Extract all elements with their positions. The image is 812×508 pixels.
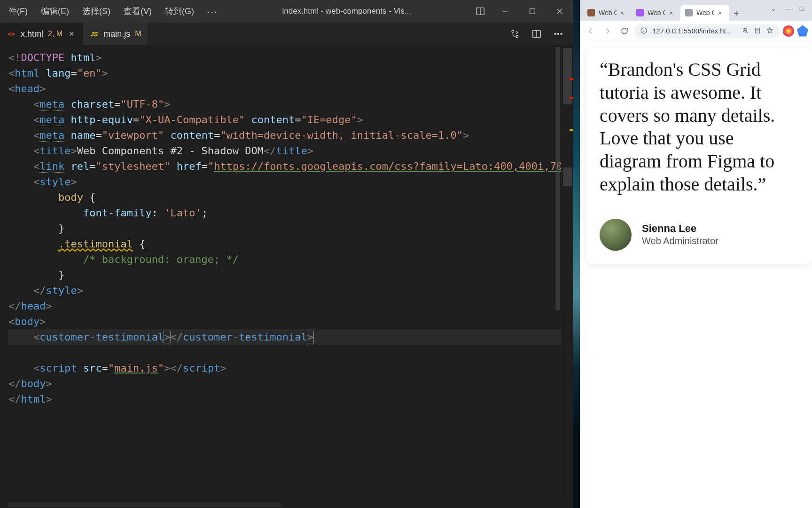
file-icon: JS	[89, 29, 99, 39]
browser-tabstrip: Web C×Web C×Web C×+ ⌄ — □	[580, 0, 812, 21]
menu-item[interactable]: 查看(V)	[117, 0, 158, 23]
browser-tab[interactable]: Web C×	[632, 5, 680, 21]
tab-filename: x.html	[21, 29, 43, 39]
close-tab-icon[interactable]: ×	[718, 9, 725, 16]
zoom-icon[interactable]	[742, 27, 750, 35]
site-info-icon[interactable]	[640, 27, 648, 35]
bookmark-icon[interactable]	[766, 27, 774, 35]
browser-tab[interactable]: Web C×	[680, 5, 729, 21]
svg-point-6	[512, 30, 514, 32]
editor-layout-icon[interactable]	[469, 0, 492, 23]
vertical-scrollbar[interactable]	[554, 45, 561, 501]
reload-button[interactable]	[617, 24, 632, 38]
favicon	[636, 9, 644, 16]
editor[interactable]: <!DOCTYPE html> <html lang="en"> <head> …	[0, 45, 573, 501]
reader-icon[interactable]	[754, 27, 762, 35]
close-tab-icon[interactable]: ×	[669, 9, 676, 16]
browser-maximize-button[interactable]: □	[795, 4, 808, 13]
browser-dropdown-icon[interactable]: ⌄	[767, 4, 780, 13]
testimonial-quote: “Brandon's CSS Grid tutoria is awesome. …	[600, 58, 799, 196]
menu-item[interactable]: 件(F)	[2, 0, 34, 23]
minimap[interactable]	[561, 45, 573, 501]
person-role: Web Administrator	[642, 236, 718, 246]
back-button[interactable]	[584, 24, 598, 38]
address-bar[interactable]: 127.0.0.1:5500/index.ht...	[634, 24, 780, 38]
testimonial-card: “Brandon's CSS Grid tutoria is awesome. …	[586, 48, 812, 264]
svg-point-11	[558, 33, 559, 35]
extension-icon-1[interactable]	[783, 25, 794, 37]
horizontal-scrollbar[interactable]	[0, 501, 573, 508]
tab-filename: main.js	[103, 29, 130, 39]
split-editor-icon[interactable]	[527, 24, 546, 43]
editor-tab[interactable]: <>x.html2, M×	[0, 23, 83, 45]
tab-badge: 2, M	[48, 30, 62, 38]
minimize-button[interactable]	[492, 0, 519, 23]
editor-tab[interactable]: JSmain.jsM	[83, 23, 148, 45]
file-icon: <>	[7, 29, 16, 39]
window-controls	[492, 0, 573, 23]
testimonial-person: Sienna Lee Web Administrator	[600, 219, 799, 251]
close-tab-icon[interactable]: ×	[620, 9, 627, 16]
avatar	[600, 219, 632, 251]
maximize-button[interactable]	[519, 0, 546, 23]
menu-item[interactable]: 选择(S)	[76, 0, 117, 23]
browser-minimize-button[interactable]: —	[781, 4, 794, 13]
editor-actions	[506, 23, 573, 45]
tab-title: Web C	[648, 9, 665, 16]
browser-tab[interactable]: Web C×	[583, 5, 632, 21]
svg-rect-3	[530, 9, 535, 14]
more-actions-icon[interactable]	[549, 24, 568, 43]
window-title: index.html - web-components - Vis...	[225, 7, 469, 16]
favicon	[685, 9, 693, 16]
tab-badge: M	[135, 30, 141, 38]
forward-button[interactable]	[601, 24, 615, 38]
new-tab-button[interactable]: +	[729, 7, 743, 21]
svg-point-10	[554, 33, 556, 35]
editor-tabs: <>x.html2, M×JSmain.jsM	[0, 23, 573, 45]
vscode-window: 件(F)编辑(E)选择(S)查看(V)转到(G) ··· index.html …	[0, 0, 573, 508]
close-tab-icon[interactable]: ×	[67, 30, 76, 38]
url-text: 127.0.0.1:5500/index.ht...	[652, 27, 738, 35]
svg-line-17	[747, 32, 748, 33]
menu-item[interactable]: 转到(G)	[158, 0, 201, 23]
browser-toolbar: 127.0.0.1:5500/index.ht...	[580, 21, 812, 41]
menu-bar: 件(F)编辑(E)选择(S)查看(V)转到(G)	[0, 0, 201, 23]
tab-title: Web C	[696, 9, 714, 16]
favicon	[587, 9, 595, 16]
menu-item[interactable]: 编辑(E)	[34, 0, 76, 23]
menu-more[interactable]: ···	[201, 0, 225, 23]
code-area[interactable]: <!DOCTYPE html> <html lang="en"> <head> …	[0, 45, 561, 501]
svg-rect-20	[755, 28, 759, 33]
browser-window-controls: ⌄ — □	[767, 3, 809, 13]
page-content: “Brandon's CSS Grid tutoria is awesome. …	[580, 41, 812, 508]
person-name: Sienna Lee	[642, 222, 718, 235]
svg-point-7	[516, 35, 518, 38]
svg-point-12	[561, 33, 562, 35]
close-button[interactable]	[546, 0, 573, 23]
titlebar: 件(F)编辑(E)选择(S)查看(V)转到(G) ··· index.html …	[0, 0, 573, 23]
desktop-wallpaper-strip	[573, 0, 580, 508]
compare-changes-icon[interactable]	[506, 24, 524, 43]
browser-window: Web C×Web C×Web C×+ ⌄ — □ 127.0.0.1:5500…	[580, 0, 812, 508]
extension-icon-2[interactable]	[797, 25, 808, 37]
tab-title: Web C	[599, 9, 617, 16]
